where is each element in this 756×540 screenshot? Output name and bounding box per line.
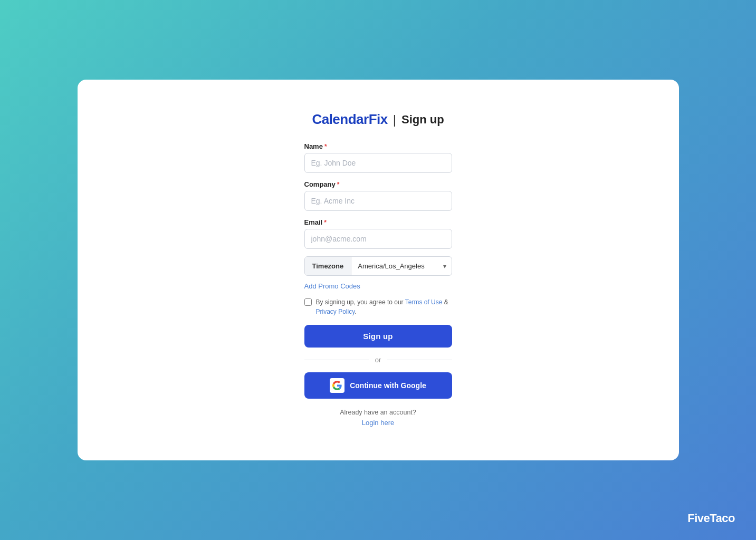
form-container: CalendarFix | Sign up Name * Company * E… (304, 111, 452, 429)
name-required-star: * (324, 143, 327, 150)
app-logo: CalendarFix (312, 111, 387, 128)
google-signin-button[interactable]: Continue with Google (304, 372, 452, 399)
logo-divider: | (393, 112, 396, 127)
company-input[interactable] (304, 191, 452, 211)
company-field-group: Company * (304, 180, 452, 211)
email-input[interactable] (304, 229, 452, 249)
add-promo-codes-link[interactable]: Add Promo Codes (304, 282, 360, 290)
already-account-section: Already have an account? Login here (340, 407, 416, 429)
timezone-select-wrapper: America/Los_Angeles America/New_York Ame… (351, 257, 451, 275)
logo-area: CalendarFix | Sign up (312, 111, 444, 128)
privacy-policy-link[interactable]: Privacy Policy (316, 308, 355, 315)
email-required-star: * (324, 219, 327, 226)
name-input[interactable] (304, 153, 452, 173)
company-required-star: * (337, 181, 340, 188)
terms-row: By signing up, you agree to our Terms of… (304, 297, 452, 316)
or-text: or (375, 356, 381, 364)
timezone-label: Timezone (305, 257, 352, 275)
company-label: Company * (304, 180, 452, 188)
page-title: Sign up (401, 113, 444, 127)
google-icon-wrapper (330, 378, 344, 393)
fivetaco-brand: FiveTaco (687, 512, 735, 525)
divider-line-left (304, 360, 369, 360)
timezone-row: Timezone America/Los_Angeles America/New… (304, 256, 452, 276)
google-button-label: Continue with Google (350, 381, 426, 390)
terms-text: By signing up, you agree to our Terms of… (316, 297, 448, 316)
terms-checkbox[interactable] (304, 298, 312, 306)
terms-of-use-link[interactable]: Terms of Use (405, 298, 443, 306)
already-account-text: Already have an account? (340, 409, 416, 416)
divider-line-right (387, 360, 452, 360)
name-field-group: Name * (304, 142, 452, 173)
email-label: Email * (304, 218, 452, 226)
name-label: Name * (304, 142, 452, 150)
email-field-group: Email * (304, 218, 452, 249)
google-icon (332, 381, 342, 390)
login-link[interactable]: Login here (340, 418, 416, 429)
signup-card: CalendarFix | Sign up Name * Company * E… (78, 80, 679, 460)
timezone-select[interactable]: America/Los_Angeles America/New_York Ame… (351, 257, 451, 275)
signup-button[interactable]: Sign up (304, 325, 452, 348)
or-divider: or (304, 356, 452, 364)
